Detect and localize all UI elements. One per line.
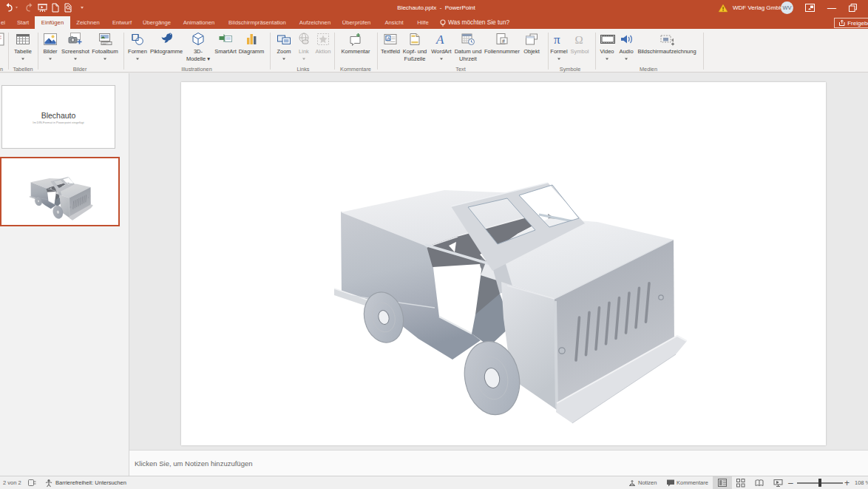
svg-text:A: A (387, 36, 390, 41)
svg-text:π: π (554, 33, 560, 47)
svg-text:A: A (435, 33, 444, 47)
svg-text:#: # (502, 38, 505, 44)
svg-text:Ω: Ω (575, 34, 583, 46)
